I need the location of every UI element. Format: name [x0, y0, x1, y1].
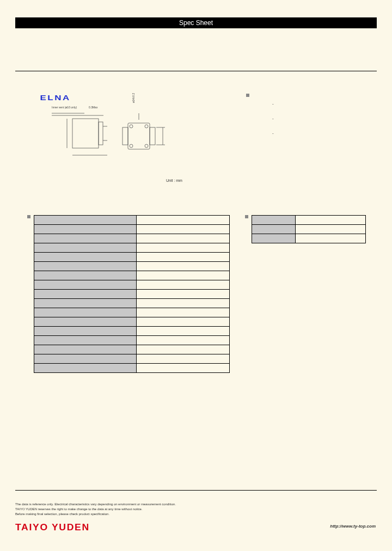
diagram-label-vent: Inner vent (ø10 only): [52, 106, 77, 109]
svg-point-13: [130, 144, 133, 148]
spec-value: [137, 243, 230, 253]
right-label: [252, 216, 296, 225]
bullet-marker-icon: [27, 215, 30, 218]
right-value: [296, 225, 366, 234]
bullet-marker-icon: [246, 94, 249, 97]
spec-value: [137, 317, 230, 327]
spec-value: [137, 234, 230, 243]
divider-bottom: [15, 490, 377, 491]
spec-value: [137, 308, 230, 317]
unit-label: Unit : mm: [166, 179, 182, 182]
diagram-label-max: 0.3Max: [89, 106, 97, 109]
page-title: Spec Sheet: [15, 17, 377, 28]
spec-value: [137, 290, 230, 299]
spec-label: [34, 290, 137, 299]
spec-label: [34, 327, 137, 336]
spec-label: [34, 345, 137, 354]
table-row: [34, 345, 230, 354]
table-row: [34, 253, 230, 262]
table-row: [34, 216, 230, 225]
disclaimer-line: Before making final selection, please ch…: [15, 512, 176, 517]
spec-value: [137, 280, 230, 290]
svg-rect-9: [122, 127, 128, 145]
table-row: [34, 364, 230, 373]
svg-point-11: [130, 125, 133, 128]
spec-value: [137, 225, 230, 234]
disclaimer-line: TAIYO YUDEN reserves the right to make c…: [15, 507, 176, 512]
svg-point-12: [145, 125, 148, 128]
right-table: [252, 215, 366, 243]
table-row: [252, 225, 366, 234]
spec-value: [137, 336, 230, 345]
spec-value: [137, 262, 230, 271]
spec-label: [34, 280, 137, 290]
right-value: [296, 216, 366, 225]
bullet-marker-icon: [245, 215, 248, 218]
spec-label: [34, 243, 137, 253]
diagram-label-dia: ø14±0.2: [132, 93, 135, 103]
table-row: [34, 290, 230, 299]
svg-rect-3: [99, 122, 103, 145]
table-row: [34, 317, 230, 327]
table-row: [252, 234, 366, 243]
spec-label: [34, 354, 137, 364]
table-row: [34, 308, 230, 317]
spec-value: [137, 354, 230, 364]
footer-url: http://www.ty-top.com: [330, 524, 376, 529]
spec-label: [34, 336, 137, 345]
spec-label: [34, 225, 137, 234]
right-value: [296, 234, 366, 243]
right-label: [252, 234, 296, 243]
spec-label: [34, 234, 137, 243]
spec-value: [137, 364, 230, 373]
spec-value: [137, 216, 230, 225]
table-row: [34, 336, 230, 345]
disclaimer: The data is reference only. Electrical c…: [15, 502, 176, 517]
table-row: [34, 271, 230, 280]
table-row: [34, 243, 230, 253]
component-diagram: Inner vent (ø10 only) 0.3Max ø14±0.2: [52, 103, 169, 166]
svg-rect-10: [150, 127, 155, 145]
table-row: [34, 225, 230, 234]
spec-label: [34, 253, 137, 262]
right-label: [252, 225, 296, 234]
svg-rect-2: [72, 119, 99, 148]
spec-table: [34, 215, 230, 373]
svg-rect-8: [128, 123, 150, 149]
table-row: [34, 299, 230, 308]
divider-top: [15, 71, 377, 71]
spec-label: [34, 216, 137, 225]
spec-value: [137, 299, 230, 308]
spec-value: [137, 271, 230, 280]
svg-point-14: [145, 144, 148, 148]
spec-label: [34, 271, 137, 280]
table-row: [34, 280, 230, 290]
spec-label: [34, 299, 137, 308]
spec-label: [34, 308, 137, 317]
table-row: [34, 234, 230, 243]
spec-value: [137, 327, 230, 336]
spec-value: [137, 345, 230, 354]
spec-label: [34, 364, 137, 373]
info-item: -: [272, 116, 274, 121]
disclaimer-line: The data is reference only. Electrical c…: [15, 502, 176, 507]
table-row: [34, 354, 230, 364]
spec-value: [137, 253, 230, 262]
table-row: [34, 262, 230, 271]
table-row: [252, 216, 366, 225]
info-item: -: [272, 101, 274, 106]
brand-logo: ELNA: [40, 94, 70, 102]
spec-label: [34, 262, 137, 271]
table-row: [34, 327, 230, 336]
info-item: -: [272, 131, 274, 136]
spec-label: [34, 317, 137, 327]
info-list: - - -: [272, 101, 274, 145]
footer-logo: TAIYO YUDEN: [15, 523, 90, 532]
